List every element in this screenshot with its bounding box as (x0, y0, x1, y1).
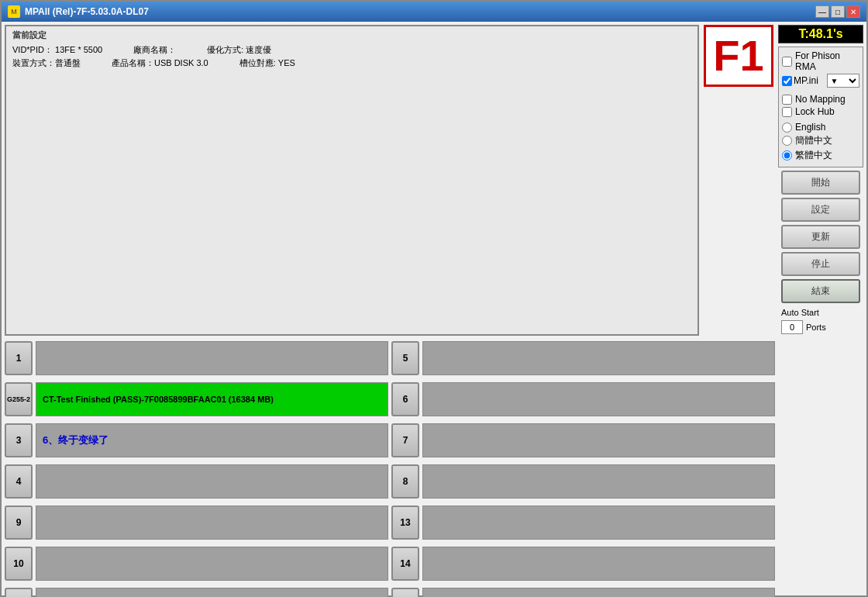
traditional-label: 繁體中文 (795, 149, 832, 162)
vid-pid-value: 13FE * 5500 (55, 45, 102, 54)
slot-row-9: 9 (5, 503, 388, 542)
slot-num-g255-2[interactable]: G255-2 (5, 382, 33, 416)
no-mapping-checkbox[interactable] (782, 95, 792, 105)
vendor: 廠商名稱： (133, 44, 176, 56)
vid-pid-label: VID*PID (12, 45, 44, 54)
slot-g255-2-text: CT-Test Finished (PASS)-7F0085899BFAAC01… (43, 395, 274, 404)
english-radio-row: English (782, 122, 859, 133)
auto-start-row: Auto Start (778, 306, 863, 319)
update-button[interactable]: 更新 (781, 225, 860, 249)
main-window: M MPAll (Rel)-7F-5.03.0A-DL07 — □ ✕ 當前設定… (0, 0, 868, 597)
close-button[interactable]: ✕ (846, 5, 860, 18)
slot-num-6[interactable]: 6 (391, 382, 419, 416)
slot: 槽位對應: YES (239, 57, 295, 69)
traditional-radio-row: 繁體中文 (782, 149, 859, 162)
slot-row-4: 4 (5, 462, 388, 501)
slot-num-5[interactable]: 5 (391, 341, 419, 375)
traditional-radio[interactable] (782, 150, 792, 160)
window-title: MPAll (Rel)-7F-5.03.0A-DL07 (25, 6, 149, 17)
slot-row-10: 10 (5, 544, 388, 583)
grid-right: 5 6 7 8 (391, 339, 775, 597)
right-controls: T:48.1's For Phison RMA MP.ini ▼ (778, 25, 863, 336)
phison-rma-checkbox[interactable] (782, 57, 792, 67)
right-spacer (778, 339, 863, 597)
mp-ini-label: MP.ini (794, 75, 825, 86)
lock-hub-label: Lock Hub (795, 106, 835, 117)
settings-row-2: 裝置方式：普通盤 產品名稱：USB DISK 3.0 槽位對應: YES (12, 57, 691, 69)
slot-num-14[interactable]: 14 (391, 547, 419, 581)
settings-box: 當前設定 VID*PID： 13FE * 5500 廠商名稱： 優化方式: 速度… (5, 25, 699, 336)
slot-row-13: 13 (391, 503, 775, 542)
no-mapping-row: No Mapping (782, 94, 859, 105)
slot-box-10 (36, 547, 388, 581)
slot-box-3: 6、终于变绿了 (36, 423, 388, 457)
slot-row-g255-2: G255-2 CT-Test Finished (PASS)-7F0085899… (5, 380, 388, 419)
optimize: 優化方式: 速度優 (207, 44, 271, 56)
no-mapping-label: No Mapping (795, 94, 846, 105)
auto-start-label: Auto Start (781, 308, 819, 317)
slot-box-1 (36, 341, 388, 375)
slot-num-8[interactable]: 8 (391, 464, 419, 499)
slot-box-6 (422, 382, 775, 416)
auto-start-input[interactable] (781, 320, 803, 334)
slot-row-7: 7 (391, 421, 775, 460)
exit-button[interactable]: 結束 (781, 279, 860, 303)
slot-num-13[interactable]: 13 (391, 506, 419, 540)
grid-left: 1 G255-2 CT-Test Finished (PASS)-7F00858… (5, 339, 388, 597)
maximize-button[interactable]: □ (831, 5, 845, 18)
slot-num-11[interactable]: 11 (5, 588, 33, 597)
main-content: 當前設定 VID*PID： 13FE * 5500 廠商名稱： 優化方式: 速度… (2, 22, 866, 597)
slot-3-text: 6、终于变绿了 (43, 433, 108, 447)
slot-box-9 (36, 506, 388, 540)
f1-indicator: F1 (704, 25, 773, 87)
slot-row-5: 5 (391, 339, 775, 378)
english-radio[interactable] (782, 123, 792, 133)
lock-hub-checkbox[interactable] (782, 107, 792, 117)
slot-row-3: 3 6、终于变绿了 (5, 421, 388, 460)
settings-row-1: VID*PID： 13FE * 5500 廠商名稱： 優化方式: 速度優 (12, 44, 691, 56)
top-section: 當前設定 VID*PID： 13FE * 5500 廠商名稱： 優化方式: 速度… (5, 25, 863, 336)
slot-row-11: 11 (5, 585, 388, 597)
mp-ini-checkbox[interactable] (782, 76, 792, 86)
slot-num-1[interactable]: 1 (5, 341, 33, 375)
window-controls: — □ ✕ (815, 5, 860, 18)
slot-box-11 (36, 588, 388, 597)
timer-display: T:48.1's (778, 25, 863, 43)
mp-ini-select[interactable]: ▼ (827, 74, 860, 88)
titlebar: M MPAll (Rel)-7F-5.03.0A-DL07 — □ ✕ (2, 2, 866, 22)
settings-button[interactable]: 設定 (781, 198, 860, 222)
start-button[interactable]: 開始 (781, 171, 860, 195)
slot-row-6: 6 (391, 380, 775, 419)
product: 產品名稱：USB DISK 3.0 (112, 57, 208, 69)
slot-num-4[interactable]: 4 (5, 464, 33, 499)
simplified-label: 簡體中文 (795, 134, 832, 147)
slot-box-5 (422, 341, 775, 375)
minimize-button[interactable]: — (815, 5, 829, 18)
phison-rma-row: For Phison RMA (782, 50, 859, 72)
action-buttons: 開始 設定 更新 停止 結束 (778, 167, 863, 306)
device: 裝置方式：普通盤 (12, 57, 81, 69)
slot-box-4 (36, 464, 388, 499)
slot-box-14 (422, 547, 775, 581)
simplified-radio[interactable] (782, 136, 792, 146)
vid-pid: VID*PID： 13FE * 5500 (12, 44, 102, 56)
slot-box-15 (422, 588, 775, 597)
slot-box-7 (422, 423, 775, 457)
phison-rma-label: For Phison RMA (795, 50, 859, 72)
stop-button[interactable]: 停止 (781, 252, 860, 276)
slot-num-10[interactable]: 10 (5, 547, 33, 581)
slot-num-7[interactable]: 7 (391, 423, 419, 457)
slot-num-3[interactable]: 3 (5, 423, 33, 457)
titlebar-left: M MPAll (Rel)-7F-5.03.0A-DL07 (8, 5, 149, 18)
slot-row-8: 8 (391, 462, 775, 501)
slot-box-g255-2: CT-Test Finished (PASS)-7F0085899BFAAC01… (36, 382, 388, 416)
ports-label: Ports (806, 323, 826, 332)
mp-ini-row: MP.ini ▼ (782, 74, 859, 88)
slot-num-15[interactable]: 15 (391, 588, 419, 597)
app-icon: M (8, 5, 20, 18)
slot-row-14: 14 (391, 544, 775, 583)
settings-title: 當前設定 (12, 29, 691, 41)
lock-hub-row: Lock Hub (782, 106, 859, 117)
english-label: English (795, 122, 825, 133)
slot-num-9[interactable]: 9 (5, 506, 33, 540)
